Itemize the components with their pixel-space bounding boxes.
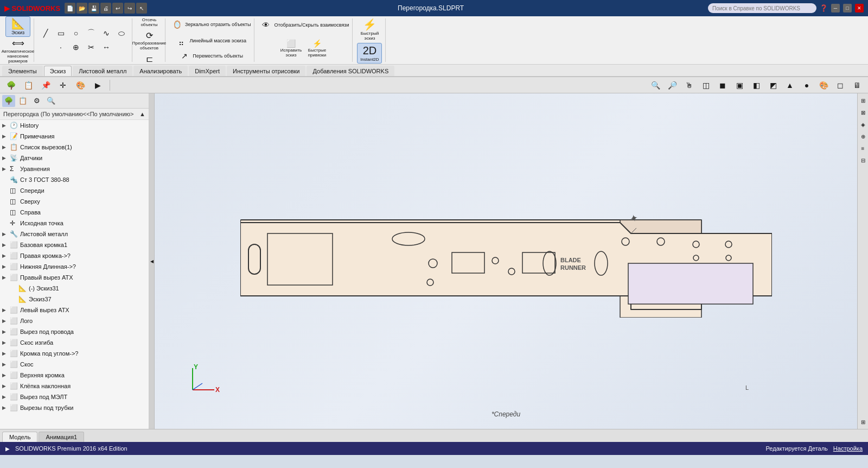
vt-view1[interactable]: ◫	[698, 79, 713, 92]
line-btn[interactable]: ╱	[39, 27, 53, 40]
tb-open[interactable]: 📂	[76, 3, 87, 14]
expand-top-edge[interactable]: ▶	[2, 372, 10, 378]
fix-sketch-btn[interactable]: ⬜ Исправить эскиз	[278, 35, 303, 62]
tree-item-cutlist[interactable]: ▶ 📋 Список вырезов(1)	[0, 142, 149, 153]
tree-item-sketch37[interactable]: ▶ 📐 Эскиз37	[0, 294, 149, 305]
vt-zoom2[interactable]: 🔎	[665, 79, 680, 92]
expand-sheetmetal[interactable]: ▶	[2, 231, 10, 237]
transform-btn[interactable]: ⟳ Преобразование объектов	[137, 29, 162, 52]
lp-featuretree-btn[interactable]: 🌳	[2, 95, 15, 107]
expand-base-edge[interactable]: ▶	[2, 242, 10, 248]
expand-right-cutout[interactable]: ▶	[2, 275, 10, 280]
expand-sensors[interactable]: ▶	[2, 155, 10, 161]
vt-sphere[interactable]: ●	[799, 79, 814, 92]
lp-icon4[interactable]: ✛	[55, 79, 71, 92]
expand-rivet[interactable]: ▶	[2, 383, 10, 389]
quick-relations-btn[interactable]: ⚡ Быстрые привязки	[304, 35, 329, 62]
tab-model[interactable]: Модель	[2, 432, 37, 442]
tab-sheet-metal[interactable]: Листовой металл	[73, 66, 132, 76]
vt-view2[interactable]: ◼	[715, 79, 730, 92]
rp-btn5[interactable]: ≡	[858, 143, 868, 153]
help-search[interactable]	[708, 3, 816, 13]
tree-item-history[interactable]: ▶ 🕐 History	[0, 120, 149, 131]
lp-search-btn[interactable]: 🔍	[44, 95, 58, 107]
offset-btn[interactable]: ⊏ Смещение объектов	[137, 53, 162, 65]
vt-view3[interactable]: ▣	[732, 79, 747, 92]
expand-melt-cutout[interactable]: ▶	[2, 394, 10, 400]
tree-item-equations[interactable]: ▶ Σ Уравнения	[0, 163, 149, 174]
rp-btn1[interactable]: ⊞	[858, 96, 868, 105]
tree-item-sensors[interactable]: ▶ 📡 Датчики	[0, 153, 149, 163]
sketch-button[interactable]: 📐 Эскиз	[5, 16, 30, 37]
lp-icon3[interactable]: 📌	[38, 79, 53, 92]
tree-item-right[interactable]: ▶ ◫ Справа	[0, 207, 149, 218]
lp-icon1[interactable]: 🌳	[3, 79, 18, 92]
tb-new[interactable]: 📄	[65, 3, 75, 14]
vt-display[interactable]: ◻	[833, 79, 848, 92]
tb-redo[interactable]: ↪	[124, 3, 135, 14]
lp-icon6[interactable]: ▶	[90, 79, 105, 92]
tree-item-sheetmetal[interactable]: ▶ 🔧 Листовой металл	[0, 229, 149, 239]
rect-btn[interactable]: ▭	[54, 27, 68, 40]
tb-undo[interactable]: ↩	[112, 3, 123, 14]
tree-item-angle-edge[interactable]: ▶ ⬜ Кромка под углом->?	[0, 348, 149, 359]
rp-btn4[interactable]: ⊕	[858, 131, 868, 141]
tab-addins[interactable]: Добавления SOLIDWORKS	[307, 66, 394, 76]
cut-objects-btn[interactable]: ✂ Отсечь объекты	[137, 16, 162, 28]
tab-animation[interactable]: Анимация1	[39, 432, 84, 442]
tree-item-left-cutout[interactable]: ▶ ⬜ Левый вырез ATX	[0, 305, 149, 315]
tree-item-melt-cutout[interactable]: ▶ ⬜ Вырез под МЭЛТ	[0, 391, 149, 402]
win-min[interactable]: ─	[831, 4, 840, 12]
tab-eskiz[interactable]: Эскиз	[44, 66, 72, 76]
expand-notes[interactable]: ▶	[2, 134, 10, 139]
extend-btn[interactable]: ↔	[99, 41, 113, 54]
tree-item-bevel-bend[interactable]: ▶ ⬜ Скос изгиба	[0, 337, 149, 348]
expand-bottom-long[interactable]: ▶	[2, 264, 10, 269]
expand-left-cutout[interactable]: ▶	[2, 307, 10, 313]
point-btn[interactable]: ·	[54, 41, 68, 54]
expand-angle-edge[interactable]: ▶	[2, 351, 10, 356]
expand-cutlist[interactable]: ▶	[2, 144, 10, 150]
circle-btn[interactable]: ○	[69, 27, 83, 40]
expand-logo[interactable]: ▶	[2, 318, 10, 324]
auto-dimension-button[interactable]: ⟺ Автоматическое нанесение размеров	[5, 38, 30, 65]
lp-config-btn[interactable]: ⚙	[30, 95, 43, 107]
win-close[interactable]: ✕	[855, 4, 864, 12]
show-hide-btn[interactable]: 👁	[259, 18, 273, 31]
tree-item-bottom-long[interactable]: ▶ ⬜ Нижняя Длинная->?	[0, 261, 149, 272]
mirror-btn[interactable]: 🪞	[170, 18, 184, 31]
rp-btn2[interactable]: ⊠	[858, 107, 868, 117]
linear-pattern-btn[interactable]: ⣤	[174, 34, 188, 47]
trim-btn[interactable]: ✂	[84, 41, 98, 54]
vt-view6[interactable]: ▲	[782, 79, 797, 92]
tree-item-sketch31[interactable]: ▶ 📐 (-) Эскиз31	[0, 283, 149, 294]
help-icon[interactable]: ❓	[820, 4, 828, 12]
expand-history[interactable]: ▶	[2, 123, 10, 128]
tree-item-top[interactable]: ▶ ◫ Сверху	[0, 196, 149, 207]
vt-view4[interactable]: ◧	[749, 79, 764, 92]
expand-bevel[interactable]: ▶	[2, 362, 10, 367]
tree-item-bevel[interactable]: ▶ ⬜ Скос	[0, 359, 149, 370]
tree-item-logo[interactable]: ▶ ⬜ Лого	[0, 315, 149, 326]
expand-equations[interactable]: ▶	[2, 166, 10, 172]
lp-properties-btn[interactable]: 📋	[16, 95, 29, 107]
ellipse-btn[interactable]: ⬭	[114, 27, 129, 40]
rp-btn6[interactable]: ⊟	[858, 155, 868, 165]
tree-header-expand[interactable]: ▲	[139, 111, 145, 117]
vt-color[interactable]: 🎨	[816, 79, 831, 92]
tree-item-notes[interactable]: ▶ 📝 Примечания	[0, 131, 149, 142]
tree-item-rivet[interactable]: ▶ ⬜ Клёпка наклонная	[0, 381, 149, 391]
status-settings[interactable]: Настройка	[833, 445, 863, 452]
expand-bevel-bend[interactable]: ▶	[2, 340, 10, 345]
vt-screen[interactable]: 🖥	[850, 79, 865, 92]
lp-icon5[interactable]: 🎨	[73, 79, 88, 92]
tree-item-right-cutout[interactable]: ▶ ⬜ Правый вырез ATX	[0, 272, 149, 283]
vt-zoom[interactable]: 🔍	[648, 79, 663, 92]
rp-btn7[interactable]: ⊞	[858, 417, 868, 427]
lp-icon2[interactable]: 📋	[21, 79, 36, 92]
centerline-btn[interactable]: ⊕	[69, 41, 83, 54]
tab-dimxpert[interactable]: DimXpert	[189, 66, 226, 76]
win-max[interactable]: □	[843, 4, 852, 12]
rp-btn3[interactable]: ◈	[858, 119, 868, 129]
vt-view5[interactable]: ◩	[765, 79, 781, 92]
